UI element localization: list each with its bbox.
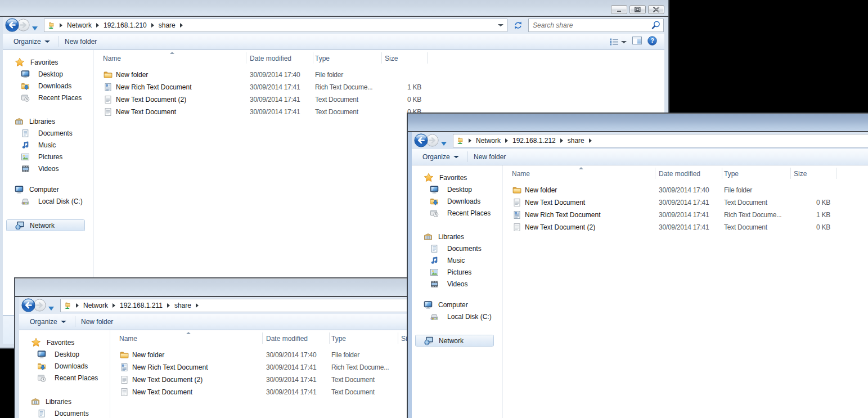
sidebar-item-local-disk-c[interactable]: Local Disk (C:) — [430, 311, 492, 322]
recent-pages-dropdown[interactable] — [48, 303, 54, 313]
sidebar-item-favorites[interactable]: Favorites — [15, 56, 58, 68]
sidebar-item-network[interactable]: Network — [6, 219, 85, 231]
column-header-type[interactable]: Type — [315, 51, 330, 66]
address-bar[interactable]: Network 192.168.1.212 share — [453, 134, 868, 147]
file-row[interactable]: New Text Document30/09/2014 17:41Text Do… — [503, 196, 868, 209]
new-folder-button[interactable]: New folder — [81, 314, 113, 330]
chevron-down-icon — [621, 41, 627, 43]
sidebar-item-videos[interactable]: Videos — [21, 163, 59, 174]
sidebar-item-favorites[interactable]: Favorites — [424, 172, 467, 183]
sidebar-item-label: Favorites — [47, 339, 74, 347]
change-view-button[interactable] — [610, 38, 627, 46]
back-button[interactable] — [21, 298, 35, 312]
breadcrumb-folder[interactable]: share — [159, 21, 176, 29]
back-button[interactable] — [5, 18, 19, 32]
sidebar-item-recent-places[interactable]: Recent Places — [37, 372, 98, 384]
sidebar-item-music[interactable]: Music — [21, 139, 56, 151]
documents-icon — [430, 244, 439, 253]
back-button[interactable] — [414, 133, 428, 147]
breadcrumb-host[interactable]: 192.168.1.211 — [120, 302, 163, 309]
sidebar-item-computer[interactable]: Computer — [424, 299, 468, 311]
file-row[interactable]: New Rich Text Document30/09/2014 17:41Ri… — [503, 209, 868, 221]
file-row[interactable]: New folder30/09/2014 17:40File folder — [503, 184, 868, 196]
breadcrumb-host[interactable]: 192.168.1.210 — [104, 21, 147, 29]
column-header-name[interactable]: Name — [103, 51, 121, 66]
sidebar-item-documents[interactable]: Documents — [430, 242, 482, 254]
refresh-button[interactable] — [510, 19, 526, 32]
sidebar-item-recent-places[interactable]: Recent Places — [430, 207, 491, 219]
file-row[interactable]: New Text Document (2)30/09/2014 17:41Tex… — [94, 93, 664, 106]
column-header-size[interactable]: Size — [794, 167, 807, 181]
sidebar-item-computer[interactable]: Computer — [15, 183, 59, 195]
file-row[interactable]: New Rich Text Document30/09/2014 17:41Ri… — [94, 81, 664, 93]
recent-pages-dropdown[interactable] — [32, 23, 38, 33]
recent-places-icon — [21, 93, 30, 102]
text-document-icon — [120, 375, 129, 384]
sidebar-item-label: Pictures — [447, 268, 471, 276]
column-separator — [655, 168, 655, 179]
column-header-date[interactable]: Date modified — [250, 51, 291, 66]
column-header-type[interactable]: Type — [724, 167, 739, 181]
sidebar-item-documents[interactable]: Documents — [21, 127, 73, 139]
breadcrumb-host[interactable]: 192.168.1.212 — [512, 137, 556, 145]
sidebar-item-recent-places[interactable]: Recent Places — [21, 92, 82, 104]
recent-pages-dropdown[interactable] — [441, 138, 447, 148]
desktop[interactable]: Network 192.168.1.210 share Organize New… — [0, 0, 868, 418]
breadcrumb-folder[interactable]: share — [568, 137, 584, 145]
toolbar-separator — [59, 36, 59, 47]
column-header-date[interactable]: Date modified — [659, 167, 700, 181]
sidebar-item-downloads[interactable]: Downloads — [37, 360, 88, 372]
maximize-button[interactable] — [629, 5, 646, 14]
breadcrumb-folder[interactable]: share — [174, 302, 191, 309]
close-button[interactable] — [648, 5, 664, 14]
search-input[interactable] — [529, 21, 651, 29]
column-header-type[interactable]: Type — [331, 331, 346, 346]
sidebar-item-pictures[interactable]: Pictures — [430, 266, 471, 278]
sidebar-item-downloads[interactable]: Downloads — [21, 80, 71, 92]
column-header-name[interactable]: Name — [119, 331, 137, 346]
breadcrumb-network[interactable]: Network — [476, 137, 501, 145]
sidebar-item-desktop[interactable]: Desktop — [21, 68, 63, 80]
column-header-size[interactable]: Size — [385, 51, 398, 66]
sidebar-item-desktop[interactable]: Desktop — [37, 348, 79, 360]
sidebar-item-favorites[interactable]: Favorites — [31, 336, 74, 348]
address-bar[interactable]: Network 192.168.1.210 share — [44, 19, 507, 32]
sidebar-item-documents[interactable]: Documents — [37, 407, 89, 418]
sidebar-item-libraries[interactable]: Libraries — [15, 115, 55, 127]
sidebar-item-pictures[interactable]: Pictures — [21, 151, 62, 163]
sidebar-item-libraries[interactable]: Libraries — [424, 231, 464, 242]
titlebar[interactable] — [0, 0, 668, 16]
sidebar-item-label: Libraries — [46, 398, 71, 406]
organize-button[interactable]: Organize — [422, 149, 459, 165]
column-header-date[interactable]: Date modified — [266, 331, 308, 346]
file-name: New folder — [132, 349, 164, 361]
preview-pane-button[interactable] — [632, 37, 642, 47]
help-button[interactable] — [647, 36, 657, 48]
sidebar-item-desktop[interactable]: Desktop — [430, 183, 472, 195]
sidebar-item-downloads[interactable]: Downloads — [430, 195, 480, 207]
address-dropdown[interactable] — [497, 21, 505, 29]
titlebar[interactable] — [408, 114, 868, 131]
sidebar-item-local-disk-c[interactable]: Local Disk (C:) — [21, 195, 83, 207]
file-date: 30/09/2014 17:41 — [250, 81, 300, 93]
file-row[interactable]: New Text Document (2)30/09/2014 17:41Tex… — [503, 221, 868, 233]
file-date: 30/09/2014 17:40 — [266, 349, 316, 361]
organize-button[interactable]: Organize — [30, 314, 66, 330]
videos-icon — [21, 164, 30, 173]
breadcrumb-network[interactable]: Network — [67, 21, 92, 29]
column-header-name[interactable]: Name — [512, 167, 530, 181]
minimize-button[interactable] — [611, 5, 627, 14]
sidebar-item-music[interactable]: Music — [430, 254, 465, 266]
new-folder-button[interactable]: New folder — [474, 149, 506, 165]
recent-places-icon — [430, 209, 439, 218]
file-row[interactable]: New folder30/09/2014 17:40File folder — [94, 69, 664, 81]
sidebar-item-network[interactable]: Network — [415, 335, 494, 347]
sidebar-item-libraries[interactable]: Libraries — [31, 395, 71, 407]
sidebar-item-label: Documents — [38, 129, 73, 137]
column-separator — [398, 332, 398, 344]
breadcrumb-network[interactable]: Network — [83, 302, 108, 309]
new-folder-button[interactable]: New folder — [65, 34, 97, 50]
sidebar-item-videos[interactable]: Videos — [430, 278, 467, 290]
organize-button[interactable]: Organize — [14, 34, 50, 50]
libraries-icon — [15, 117, 24, 126]
